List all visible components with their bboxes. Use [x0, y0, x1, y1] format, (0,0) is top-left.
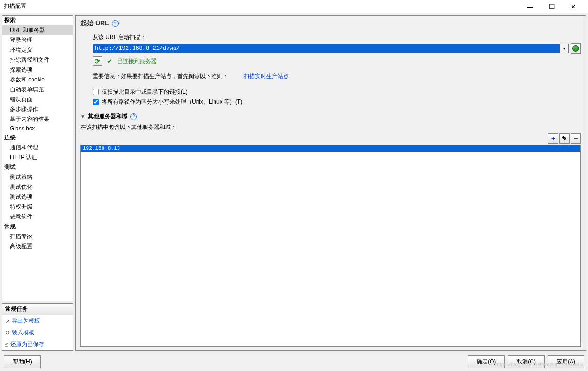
help-button[interactable]: 帮助(H)	[4, 355, 41, 368]
nav-item[interactable]: 高级配置	[2, 242, 73, 251]
section-title: 起始 URL ?	[80, 19, 581, 28]
url-input[interactable]	[93, 44, 560, 53]
info-link[interactable]: 扫描实时生产站点	[244, 73, 289, 80]
task-icon: ↗	[5, 318, 10, 324]
footer: 帮助(H) 确定(O) 取消(C) 应用(A)	[0, 353, 588, 371]
nav-item[interactable]: 恶意软件	[2, 212, 73, 222]
nav-item[interactable]: 基于内容的结果	[2, 114, 73, 124]
other-servers-title: 其他服务器和域	[88, 113, 127, 121]
apply-button[interactable]: 应用(A)	[548, 355, 584, 368]
case-sensitive-checkbox-row[interactable]: 将所有路径作为区分大小写来处理（Unix、Linux 等）(T)	[93, 98, 581, 106]
nav-item[interactable]: 探索选项	[2, 65, 73, 75]
nav-item[interactable]: HTTP 认证	[2, 153, 73, 162]
nav-item[interactable]: 测试策略	[2, 172, 73, 182]
domain-list[interactable]: 192.168.8.13	[80, 145, 581, 347]
nav-item[interactable]: 自动表单填充	[2, 85, 73, 95]
help-icon[interactable]: ?	[130, 113, 137, 120]
case-sensitive-checkbox[interactable]	[93, 99, 99, 105]
domain-item[interactable]: 192.168.8.13	[81, 145, 580, 152]
task-label: 导出为模板	[12, 317, 40, 325]
nav-item[interactable]: 通信和代理	[2, 143, 73, 153]
browse-button[interactable]	[571, 43, 581, 54]
window-title: 扫描配置	[4, 2, 519, 10]
globe-icon	[572, 45, 579, 52]
other-servers-label: 在该扫描中包含以下其他服务器和域：	[80, 123, 581, 131]
nav-item[interactable]: 测试优化	[2, 182, 73, 192]
ok-button[interactable]: 确定(O)	[468, 355, 505, 368]
body: 探索URL 和服务器登录管理环境定义排除路径和文件探索选项参数和 cookie自…	[0, 13, 588, 353]
url-row: ▾	[93, 43, 581, 54]
help-icon[interactable]: ?	[112, 20, 119, 27]
close-button[interactable]: ✕	[563, 0, 584, 13]
nav-item[interactable]: 扫描专家	[2, 232, 73, 242]
scan-only-dir-checkbox[interactable]	[93, 89, 99, 95]
nav-item[interactable]: 多步骤操作	[2, 105, 73, 114]
nav-item[interactable]: 环境定义	[2, 45, 73, 55]
url-label: 从该 URL 启动扫描：	[93, 33, 581, 41]
nav-item[interactable]: 登录管理	[2, 35, 73, 45]
tasks-header: 常规任务	[2, 304, 73, 315]
check-icon: ✔	[107, 57, 112, 65]
other-servers-header[interactable]: ▼ 其他服务器和域 ?	[80, 113, 581, 121]
collapse-icon: ▼	[80, 114, 85, 119]
edit-domain-button[interactable]: ✎	[559, 133, 570, 144]
remove-domain-button[interactable]: −	[571, 133, 581, 144]
nav-group: 常规	[2, 222, 73, 232]
nav-item[interactable]: 特权升级	[2, 202, 73, 212]
window-controls: — ☐ ✕	[519, 0, 584, 13]
add-domain-button[interactable]: +	[548, 133, 558, 144]
section-title-text: 起始 URL	[80, 19, 109, 28]
nav-item[interactable]: 排除路径和文件	[2, 55, 73, 65]
info-text: 重要信息：如果要扫描生产站点，首先阅读以下准则：	[93, 73, 228, 80]
task-icon: ↺	[5, 330, 10, 336]
nav-item[interactable]: URL 和服务器	[2, 25, 73, 35]
nav-item[interactable]: 参数和 cookie	[2, 75, 73, 85]
url-dropdown-button[interactable]: ▾	[560, 44, 568, 53]
info-row: 重要信息：如果要扫描生产站点，首先阅读以下准则： 扫描实时生产站点	[93, 73, 581, 81]
nav-item[interactable]: Glass box	[2, 124, 73, 133]
main-panel: 起始 URL ? 从该 URL 启动扫描： ▾ ⟳ ✔ 已连接到服务器 重要信息…	[75, 15, 586, 351]
scan-only-dir-checkbox-row[interactable]: 仅扫描此目录中或目录下的链接(L)	[93, 88, 581, 96]
sidebar: 探索URL 和服务器登录管理环境定义排除路径和文件探索选项参数和 cookie自…	[2, 15, 73, 351]
tasks-panel: 常规任务 ↗导出为模板↺装入模板⎌还原为已保存	[2, 303, 73, 351]
maximize-button[interactable]: ☐	[541, 0, 563, 13]
nav-item[interactable]: 错误页面	[2, 95, 73, 105]
task-icon: ⎌	[5, 341, 8, 348]
minimize-button[interactable]: —	[519, 0, 541, 13]
status-row: ⟳ ✔ 已连接到服务器	[93, 56, 581, 66]
scan-only-dir-label: 仅扫描此目录中或目录下的链接(L)	[102, 88, 188, 96]
case-sensitive-label: 将所有路径作为区分大小写来处理（Unix、Linux 等）(T)	[102, 98, 242, 106]
refresh-button[interactable]: ⟳	[93, 56, 102, 66]
cancel-button[interactable]: 取消(C)	[508, 355, 545, 368]
task-link[interactable]: ⎌还原为已保存	[2, 339, 73, 350]
task-label: 装入模板	[12, 329, 34, 337]
titlebar: 扫描配置 — ☐ ✕	[0, 0, 588, 13]
task-label: 还原为已保存	[10, 340, 44, 348]
nav-group: 连接	[2, 133, 73, 143]
nav-group: 测试	[2, 162, 73, 172]
nav-item[interactable]: 测试选项	[2, 192, 73, 202]
connection-status: 已连接到服务器	[117, 57, 157, 65]
nav-panel: 探索URL 和服务器登录管理环境定义排除路径和文件探索选项参数和 cookie自…	[2, 15, 73, 301]
domain-toolbar: + ✎ −	[80, 133, 581, 144]
task-link[interactable]: ↺装入模板	[2, 327, 73, 339]
nav-group: 探索	[2, 16, 73, 25]
url-combobox[interactable]: ▾	[93, 44, 569, 53]
window: 扫描配置 — ☐ ✕ 探索URL 和服务器登录管理环境定义排除路径和文件探索选项…	[0, 0, 588, 371]
task-link[interactable]: ↗导出为模板	[2, 315, 73, 327]
